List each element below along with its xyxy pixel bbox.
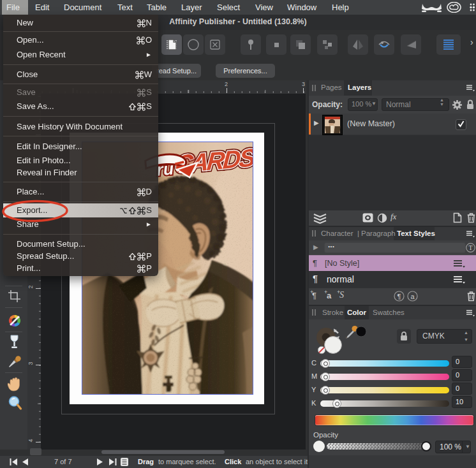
svg-text:¶: ¶	[398, 293, 401, 300]
svg-text:T: T	[468, 244, 472, 251]
svg-text:a: a	[410, 293, 415, 300]
